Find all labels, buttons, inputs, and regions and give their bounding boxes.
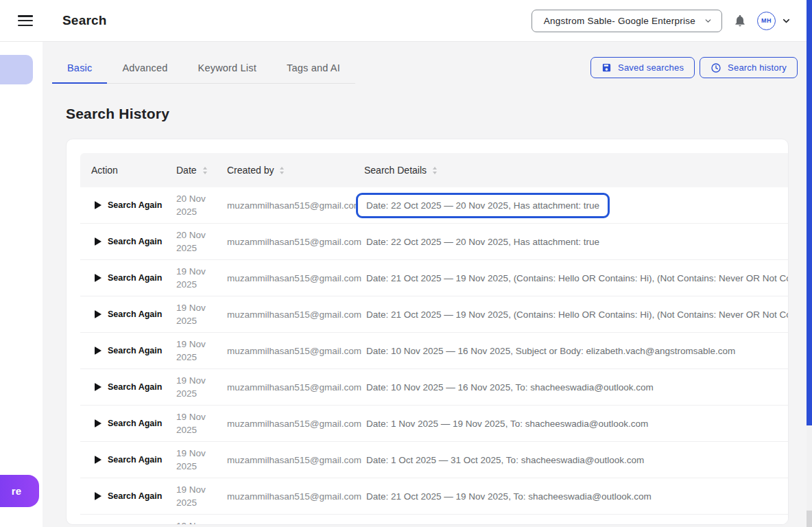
search-again-label: Search Again [108, 237, 162, 246]
search-again-button[interactable]: Search Again [91, 382, 162, 392]
play-icon [95, 274, 102, 282]
search-details-text: Date: 21 Oct 2025 — 19 Nov 2025, (Contai… [356, 266, 789, 291]
created-by-cell: muzammilhasan515@gmail.com [227, 309, 356, 320]
date-cell: 19 Nov 2025 [176, 338, 227, 364]
notifications-bell-icon[interactable] [733, 14, 747, 27]
search-details-text: Date: 1 Nov 2025 — 19 Nov 2025, To: shac… [356, 411, 658, 436]
toolbar: Saved searches Search history [590, 57, 798, 78]
search-details-text: Date: 22 Oct 2025 — 20 Nov 2025, Has att… [356, 229, 610, 255]
play-icon [95, 383, 102, 391]
tab-bar: Basic Advanced Keyword List Tags and AI [52, 57, 355, 84]
sidebar-active-nav-item[interactable] [0, 55, 33, 84]
search-again-button[interactable]: Search Again [91, 273, 162, 283]
table-row: Search Again 20 Nov 2025 muzammilhasan51… [80, 187, 789, 224]
search-details-text: Date: 10 Nov 2025 — 16 Nov 2025, Subject… [356, 338, 745, 364]
search-again-label: Search Again [108, 491, 162, 501]
play-icon [95, 201, 102, 209]
floating-action-button-label: re [12, 485, 21, 497]
user-menu-chevron-down-icon[interactable] [781, 16, 791, 26]
tabs-row: Basic Advanced Keyword List Tags and AI … [43, 42, 807, 84]
hamburger-menu-icon[interactable] [18, 15, 33, 26]
tab-keyword-list[interactable]: Keyword List [183, 57, 272, 83]
main-content: Basic Advanced Keyword List Tags and AI … [43, 42, 807, 527]
sort-icon-search-details[interactable] [433, 167, 437, 174]
table-row: Search Again 19 Nov 2025 muzammilhasan51… [80, 478, 789, 515]
tenant-selector-label: Angstrom Sable- Google Enterprise [544, 16, 695, 26]
date-cell: 19 Nov 2025 [176, 483, 227, 509]
search-details-cell: Date: 21 Oct 2025 — 19 Nov 2025, To: sha… [356, 484, 789, 509]
search-details-text: Date: 10 Nov 2025 — 16 Nov 2025, To: sha… [356, 375, 664, 400]
sort-icon-created-by[interactable] [280, 167, 284, 174]
table-row: Search Again 19 Nov 2025 muzammilhasan51… [80, 406, 789, 442]
table-row: Search Again 19 Nov 2025 muzammilhasan51… [80, 442, 789, 478]
scrollbar-thumb[interactable] [807, 0, 812, 425]
date-cell: 20 Nov 2025 [176, 229, 227, 255]
search-again-button[interactable]: Search Again [91, 491, 162, 501]
search-again-label: Search Again [108, 346, 162, 355]
play-icon [95, 310, 102, 318]
search-again-button[interactable]: Search Again [91, 419, 162, 428]
table-row: Search Again 19 Nov 2025 [80, 515, 789, 525]
search-details-cell: Date: 21 Oct 2025 — 19 Nov 2025, (Contai… [356, 302, 789, 327]
created-by-cell: muzammilhasan515@gmail.com [227, 273, 356, 283]
action-cell: Search Again [80, 382, 176, 392]
tab-tags-and-ai[interactable]: Tags and AI [272, 57, 355, 83]
date-cell: 19 Nov 2025 [176, 265, 227, 291]
saved-searches-label: Saved searches [618, 62, 684, 73]
search-details-cell [356, 524, 789, 526]
chevron-down-icon [704, 16, 713, 25]
saved-searches-button[interactable]: Saved searches [590, 57, 695, 78]
search-again-label: Search Again [108, 309, 162, 319]
action-cell: Search Again [80, 237, 176, 246]
search-again-button[interactable]: Search Again [91, 237, 162, 246]
search-details-text: Date: 21 Oct 2025 — 19 Nov 2025, To: sha… [356, 484, 662, 509]
clock-icon [710, 62, 721, 73]
search-history-button[interactable]: Search history [700, 57, 798, 78]
search-details-cell: Date: 22 Oct 2025 — 20 Nov 2025, Has att… [356, 193, 789, 218]
topbar-right-group: Angstrom Sable- Google Enterprise MH [532, 10, 807, 32]
tenant-selector-dropdown[interactable]: Angstrom Sable- Google Enterprise [532, 10, 722, 32]
search-details-text: Date: 22 Oct 2025 — 20 Nov 2025, Has att… [356, 193, 610, 218]
sort-icon-date[interactable] [203, 167, 207, 174]
search-details-cell: Date: 22 Oct 2025 — 20 Nov 2025, Has att… [356, 229, 789, 255]
search-details-text: Date: 21 Oct 2025 — 19 Nov 2025, (Contai… [356, 302, 789, 327]
action-cell: Search Again [80, 346, 176, 355]
page-header-title: Search [62, 13, 107, 28]
search-again-button[interactable]: Search Again [91, 309, 162, 319]
action-cell: Search Again [80, 309, 176, 319]
search-again-label: Search Again [108, 382, 162, 392]
table-header-row: Action Date Created by Search Details [80, 153, 789, 187]
tab-advanced[interactable]: Advanced [107, 57, 182, 83]
date-cell: 20 Nov 2025 [176, 192, 227, 218]
date-cell: 19 Nov 2025 [176, 519, 227, 525]
top-bar: Search Angstrom Sable- Google Enterprise… [0, 0, 807, 42]
search-details-cell: Date: 1 Nov 2025 — 19 Nov 2025, To: shac… [356, 411, 789, 436]
search-again-label: Search Again [108, 200, 162, 210]
created-by-cell: muzammilhasan515@gmail.com [227, 200, 356, 211]
search-details-cell: Date: 1 Oct 2025 — 31 Oct 2025, To: shac… [356, 447, 789, 473]
table-row: Search Again 20 Nov 2025 muzammilhasan51… [80, 224, 789, 260]
tab-basic[interactable]: Basic [52, 57, 107, 83]
table-row: Search Again 19 Nov 2025 muzammilhasan51… [80, 260, 789, 296]
search-again-button[interactable]: Search Again [91, 346, 162, 355]
play-icon [95, 237, 102, 246]
column-header-action: Action [80, 165, 176, 176]
play-icon [95, 347, 102, 355]
search-details-cell: Date: 21 Oct 2025 — 19 Nov 2025, (Contai… [356, 266, 789, 291]
date-cell: 19 Nov 2025 [176, 374, 227, 400]
search-details-cell: Date: 10 Nov 2025 — 16 Nov 2025, To: sha… [356, 375, 789, 400]
search-again-button[interactable]: Search Again [91, 200, 162, 210]
created-by-cell: muzammilhasan515@gmail.com [227, 382, 356, 393]
user-avatar[interactable]: MH [757, 12, 776, 30]
search-details-text [356, 524, 377, 526]
column-header-search-details: Search Details [356, 165, 789, 176]
search-again-button[interactable]: Search Again [91, 455, 162, 465]
play-icon [95, 419, 102, 428]
created-by-cell: muzammilhasan515@gmail.com [227, 419, 356, 429]
search-details-cell: Date: 10 Nov 2025 — 16 Nov 2025, Subject… [356, 338, 789, 364]
floating-action-button[interactable]: re [0, 475, 39, 507]
created-by-cell: muzammilhasan515@gmail.com [227, 346, 356, 356]
avatar-initials: MH [761, 17, 772, 24]
action-cell: Search Again [80, 273, 176, 283]
table-row: Search Again 19 Nov 2025 muzammilhasan51… [80, 296, 789, 333]
